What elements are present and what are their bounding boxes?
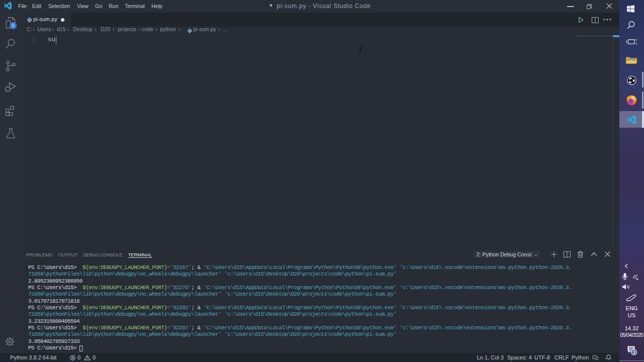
svg-text:3: 3 xyxy=(633,350,635,355)
